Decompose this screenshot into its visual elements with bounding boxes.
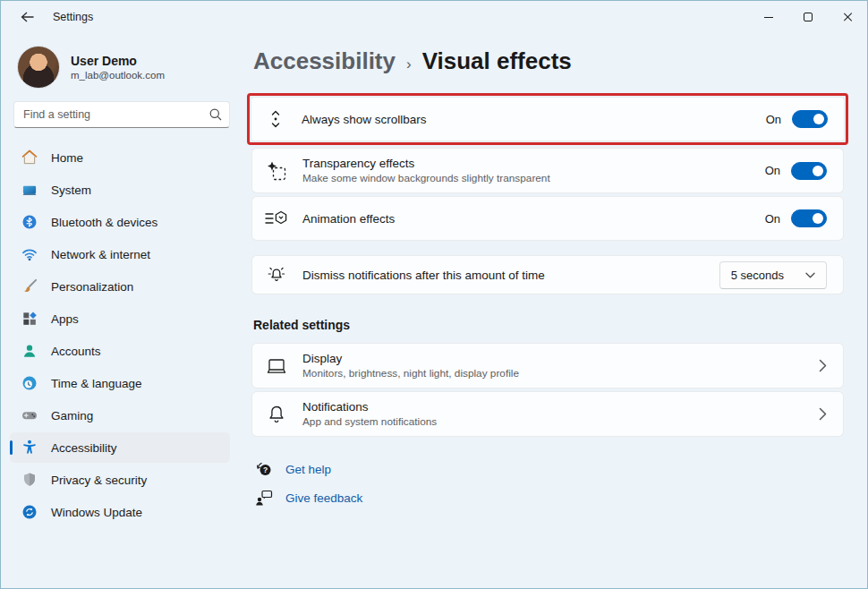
sidebar-item-apps[interactable]: Apps [10,303,230,334]
network-icon [21,245,38,263]
related-link-display[interactable]: Display Monitors, brightness, night ligh… [251,343,844,388]
sidebar-item-windows-update[interactable]: Windows Update [10,497,230,527]
privacy-icon [21,471,38,489]
sidebar-item-accounts[interactable]: Accounts [10,336,230,366]
dropdown-value: 5 seconds [731,269,784,282]
toggle-state-label: On [766,113,781,126]
toggle-knob [813,213,823,224]
footer-links: ? Get help Give feedback [255,460,844,507]
main-content: Accessibility › Visual effects Always sh… [244,33,867,588]
time-language-icon [21,374,38,392]
sidebar-item-personalization[interactable]: Personalization [10,271,230,302]
close-icon [842,12,853,22]
accounts-icon [21,342,38,360]
get-help-label: Get help [285,463,331,476]
sidebar-item-label: Privacy & security [51,474,147,487]
sidebar-item-time-language[interactable]: Time & language [10,368,230,398]
avatar [17,46,60,89]
home-icon [21,149,38,166]
setting-title: Dismiss notifications after this amount … [302,269,719,282]
setting-text: Display Monitors, brightness, night ligh… [302,344,819,388]
dismiss-time-dropdown[interactable]: 5 seconds [719,261,827,289]
highlight-box: Always show scrollbars On [247,93,848,145]
setting-row-animation-effects: Animation effects On [251,196,844,241]
sidebar-item-accessibility[interactable]: Accessibility [10,432,230,463]
give-feedback-label: Give feedback [285,491,362,505]
sidebar-item-network[interactable]: Network & internet [10,239,230,269]
user-card[interactable]: User Demo m_lab@outlook.com [10,40,230,101]
sidebar-item-label: System [51,184,91,197]
sidebar-item-label: Gaming [51,409,93,423]
search-box [13,101,230,128]
setting-title: Transparency effects [302,157,765,170]
breadcrumb-separator-icon: › [406,55,412,73]
sidebar-item-label: Windows Update [51,506,142,519]
scrollbar-icon [264,108,287,130]
sidebar-item-label: Home [51,151,83,165]
bluetooth-icon [21,213,38,231]
chevron-right-icon [819,359,827,372]
windows-update-icon [21,503,38,521]
maximize-icon [804,13,813,21]
setting-row-dismiss-notifications: Dismiss notifications after this amount … [251,255,844,294]
breadcrumb-parent[interactable]: Accessibility [253,47,396,75]
sidebar-item-label: Network & internet [51,248,150,261]
help-icon: ? [255,460,273,478]
breadcrumb: Accessibility › Visual effects [253,47,844,75]
related-settings-heading: Related settings [253,318,844,332]
transparency-effects-toggle[interactable] [791,162,827,180]
system-icon [21,181,38,199]
user-name: User Demo [71,54,165,68]
sidebar-item-label: Bluetooth & devices [51,216,157,229]
get-help-link[interactable]: ? Get help [255,460,331,478]
link-title: Display [302,352,819,365]
toggle-state-label: On [765,164,780,177]
gaming-icon [21,406,38,424]
give-feedback-link[interactable]: Give feedback [255,489,362,507]
sidebar-item-label: Apps [51,312,79,326]
sidebar-item-label: Personalization [51,280,133,294]
search-icon [208,107,223,122]
toggle-state-label: On [765,212,780,226]
minimize-button[interactable] [749,1,788,33]
user-email: m_lab@outlook.com [71,70,165,81]
sidebar-nav: Home System Bluetooth & devices [10,142,230,527]
setting-title: Always show scrollbars [302,113,766,126]
maximize-button[interactable] [788,1,828,33]
display-icon [265,356,288,376]
related-link-notifications[interactable]: Notifications App and system notificatio… [251,391,844,437]
setting-row-transparency-effects: Transparency effects Make some window ba… [251,148,844,193]
personalization-icon [21,277,38,295]
selected-indicator [10,440,13,455]
animation-effects-toggle[interactable] [791,209,827,227]
back-button[interactable] [13,5,40,29]
svg-text:?: ? [263,465,268,474]
animation-icon [265,209,288,227]
settings-window: Settings User Demo m_lab@outlook.com [1,1,867,588]
link-subtitle: App and system notifications [302,415,819,428]
transparency-icon [265,160,288,182]
sidebar-item-home[interactable]: Home [10,142,230,173]
dismiss-notifications-icon [265,264,288,286]
user-info: User Demo m_lab@outlook.com [71,54,165,81]
always-show-scrollbars-toggle[interactable] [792,110,828,128]
titlebar: Settings [1,1,867,33]
setting-row-always-show-scrollbars: Always show scrollbars On [251,97,845,141]
chevron-right-icon [819,407,827,421]
toggle-knob [813,166,823,176]
setting-text: Animation effects [302,204,765,234]
link-subtitle: Monitors, brightness, night light, displ… [302,367,819,380]
accessibility-icon [21,439,38,457]
page-title: Visual effects [422,47,572,75]
sidebar-item-label: Accessibility [51,441,117,455]
sidebar-item-system[interactable]: System [10,175,230,205]
setting-text: Notifications App and system notificatio… [302,392,819,436]
link-title: Notifications [302,400,819,414]
setting-text: Dismiss notifications after this amount … [302,260,719,290]
sidebar-item-bluetooth[interactable]: Bluetooth & devices [10,207,230,237]
search-input[interactable] [13,101,230,128]
close-button[interactable] [828,1,867,33]
sidebar-item-privacy[interactable]: Privacy & security [10,465,230,495]
sidebar-item-gaming[interactable]: Gaming [10,400,230,431]
notifications-icon [265,404,288,425]
